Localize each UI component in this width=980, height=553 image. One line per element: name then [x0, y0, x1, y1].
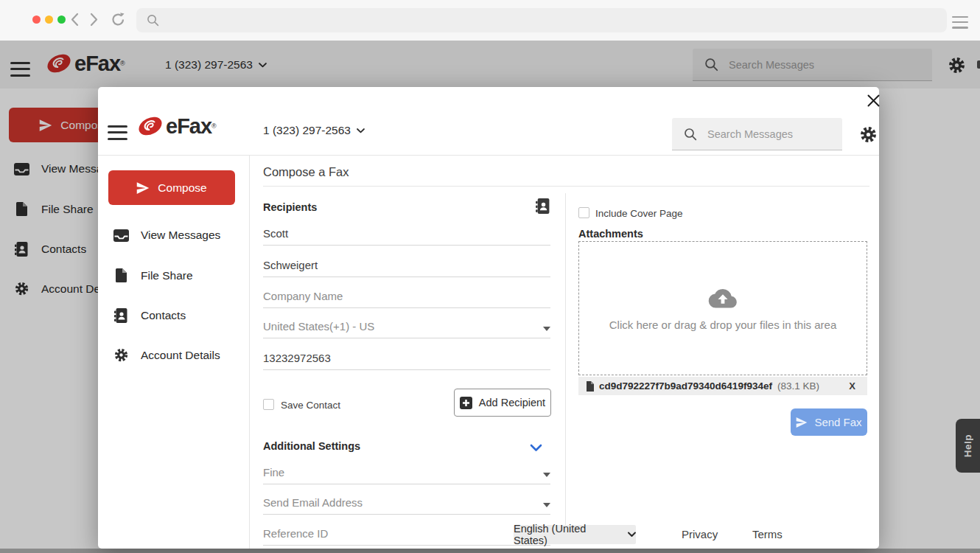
contacts-icon [114, 308, 127, 323]
address-book-button[interactable] [536, 198, 550, 217]
add-recipient-button[interactable]: Add Recipient [454, 389, 551, 417]
company-name-field[interactable]: Company Name [263, 288, 550, 308]
last-name-field[interactable]: Schweigert [263, 256, 550, 277]
country-value: United States(+1) - US [263, 320, 374, 333]
first-name-field[interactable]: Scott [263, 225, 550, 246]
terms-link[interactable]: Terms [752, 528, 783, 540]
close-icon [867, 94, 880, 107]
settings-button[interactable] [860, 126, 877, 146]
inbox-icon [113, 229, 129, 242]
chevron-down-icon [530, 444, 542, 452]
sidebar-item-file-share[interactable]: File Share [113, 268, 193, 282]
quality-value: Fine [263, 466, 284, 479]
company-name-placeholder: Company Name [263, 290, 343, 302]
file-icon [116, 268, 127, 282]
file-size: (83.1 KB) [777, 380, 819, 392]
fax-number-dropdown[interactable]: 1 (323) 297-2563 [263, 124, 365, 137]
send-fax-label: Send Fax [814, 416, 861, 428]
address-book-icon [536, 198, 550, 214]
divider [249, 155, 250, 549]
additional-settings-toggle[interactable] [530, 442, 542, 455]
window-close-button[interactable] [32, 15, 41, 24]
save-contact-checkbox[interactable] [263, 399, 274, 410]
caret-down-icon [543, 473, 550, 477]
page-title: Compose a Fax [263, 165, 349, 179]
browser-toolbar [0, 0, 980, 41]
cloud-upload-icon [707, 286, 739, 310]
chevron-down-icon [628, 532, 636, 538]
reference-id-field[interactable]: Reference ID [263, 524, 550, 546]
window-zoom-button[interactable] [57, 15, 66, 24]
chevron-left-icon [70, 13, 79, 27]
address-bar[interactable] [136, 8, 947, 32]
sidebar-item-label: View Messages [141, 229, 220, 242]
menu-icon [952, 16, 968, 18]
include-cover-checkbox[interactable] [578, 207, 589, 218]
file-name: cd9d792227f7b9ad79340d6419f934ef [599, 380, 772, 392]
fax-number-value: 13232972563 [263, 352, 331, 364]
chevron-right-icon [90, 13, 99, 27]
send-email-placeholder: Send Email Address [263, 496, 363, 509]
sidebar-item-label: File Share [141, 269, 193, 282]
attached-file-row: cd9d792227f7b9ad79340d6419f934ef (83.1 K… [578, 377, 867, 395]
browser-reload-button[interactable] [111, 12, 126, 30]
language-select[interactable]: English (United States) [514, 525, 636, 544]
reference-id-placeholder: Reference ID [263, 527, 328, 540]
country-select[interactable]: United States(+1) - US [263, 318, 550, 338]
caret-down-icon [543, 503, 550, 507]
screen: eFax® 1 (323) 297-2563 Compose View M [0, 0, 980, 553]
registered-mark: ® [211, 122, 217, 130]
sidebar-item-account-details[interactable]: Account Details [113, 348, 220, 362]
language-value: English (United States) [514, 523, 622, 546]
sidebar-item-view-messages[interactable]: View Messages [113, 229, 220, 242]
browser-menu-button[interactable] [952, 13, 968, 32]
first-name-value: Scott [263, 227, 288, 240]
brand-name: eFax [166, 116, 211, 137]
gear-icon [114, 348, 128, 362]
send-fax-button[interactable]: Send Fax [791, 408, 867, 436]
reload-icon [111, 12, 126, 27]
compose-fax-modal: eFax® 1 (323) 297-2563 Compose [98, 87, 879, 549]
recipients-heading: Recipients [263, 201, 317, 213]
privacy-link[interactable]: Privacy [682, 528, 718, 540]
last-name-value: Schweigert [263, 259, 318, 271]
fax-number-field[interactable]: 13232972563 [263, 349, 550, 370]
attachments-heading: Attachments [578, 228, 643, 240]
browser-forward-button[interactable] [90, 13, 99, 29]
dropzone-text: Click here or drag & drop your files in … [609, 319, 836, 331]
hamburger-icon [108, 125, 127, 128]
include-cover-label: Include Cover Page [595, 208, 683, 219]
fax-number-label: 1 (323) 297-2563 [263, 124, 351, 137]
sidebar-item-label: Contacts [141, 309, 186, 322]
search-icon [684, 128, 697, 141]
divider [565, 193, 566, 544]
menu-button[interactable] [108, 121, 127, 144]
send-email-select[interactable]: Send Email Address [263, 493, 550, 515]
window-minimize-button[interactable] [45, 15, 53, 24]
sidebar-item-contacts[interactable]: Contacts [113, 308, 186, 323]
file-dropzone[interactable]: Click here or drag & drop your files in … [578, 241, 867, 375]
search-icon [147, 14, 159, 27]
compose-button[interactable]: Compose [108, 170, 235, 205]
additional-settings-heading: Additional Settings [263, 440, 360, 452]
plus-square-icon [460, 397, 472, 409]
quality-select[interactable]: Fine [263, 463, 550, 484]
sidebar-item-label: Account Details [141, 349, 220, 362]
paper-plane-icon [136, 182, 150, 194]
divider [98, 155, 879, 156]
compose-button-label: Compose [158, 181, 206, 195]
browser-back-button[interactable] [70, 13, 79, 29]
file-icon [586, 381, 594, 392]
modal-close-button[interactable] [863, 90, 884, 114]
save-contact-label: Save Contact [281, 400, 340, 411]
chevron-down-icon [357, 128, 365, 133]
gear-icon [860, 126, 877, 143]
paper-plane-icon [796, 417, 808, 428]
divider [263, 186, 869, 187]
search-messages-input[interactable] [706, 128, 827, 141]
remove-file-button[interactable]: X [849, 380, 860, 392]
caret-down-icon [543, 327, 550, 331]
efax-swirl-icon [137, 115, 164, 137]
efax-logo[interactable]: eFax® [137, 115, 217, 137]
search-messages-box[interactable] [672, 118, 842, 150]
